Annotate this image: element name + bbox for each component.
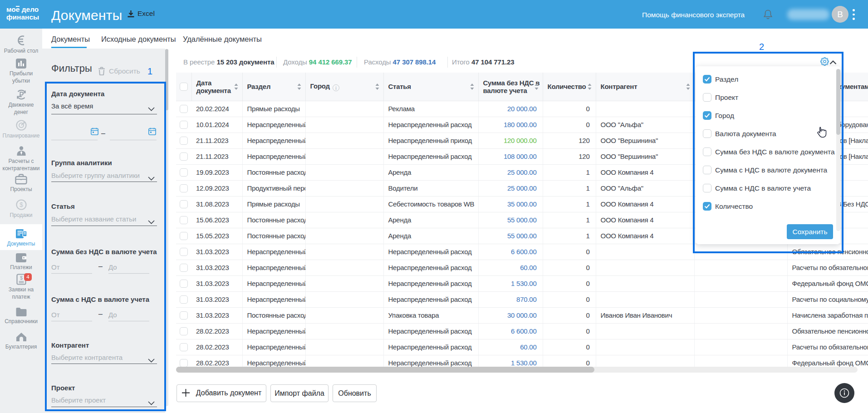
svg-text:$: $ bbox=[20, 275, 22, 280]
svg-text:$: $ bbox=[20, 201, 23, 208]
